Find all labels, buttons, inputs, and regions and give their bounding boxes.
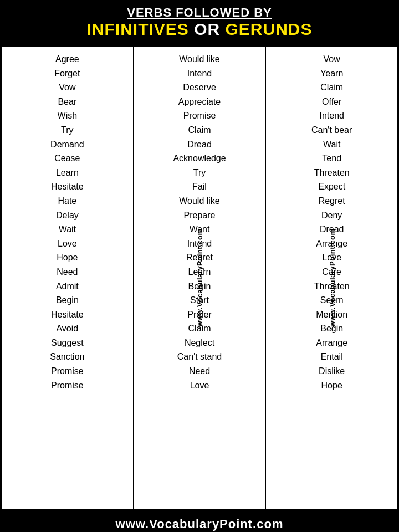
list-item: Learn xyxy=(56,166,79,180)
header-gerunds: GERUNDS xyxy=(226,20,313,38)
list-item: Care xyxy=(322,265,341,279)
column-1-words: AgreeForgetVowBearWishTryDemandCeaseLear… xyxy=(4,52,131,392)
list-item: Promise xyxy=(183,109,216,123)
list-item: Love xyxy=(58,237,77,251)
list-item: Begin xyxy=(56,293,79,308)
list-item: Suggest xyxy=(51,336,84,350)
page-header: VERBS FOLLOWED BY INFINITIVES OR GERUNDS xyxy=(0,0,399,45)
list-item: Intend xyxy=(187,66,212,81)
list-item: Expect xyxy=(318,180,345,194)
list-item: Need xyxy=(57,265,78,279)
page-footer: www.VocabularyPoint.com xyxy=(0,510,399,532)
list-item: Agree xyxy=(55,52,79,66)
list-item: Cease xyxy=(54,151,80,166)
list-item: Offer xyxy=(322,95,341,109)
header-or: OR xyxy=(189,20,226,38)
list-item: Deserve xyxy=(183,80,216,95)
list-item: Dread xyxy=(320,222,344,237)
list-item: Dislike xyxy=(319,364,345,378)
header-line1: VERBS FOLLOWED BY xyxy=(7,6,392,20)
list-item: Hate xyxy=(58,194,76,208)
list-item: Sanction xyxy=(50,350,84,364)
list-item: Vow xyxy=(59,80,75,95)
list-item: Begin xyxy=(320,321,343,336)
list-item: Begin xyxy=(188,279,211,294)
list-item: Promise xyxy=(51,378,84,393)
list-item: Claim xyxy=(320,80,343,95)
list-item: Neglect xyxy=(185,336,214,350)
list-item: Can't stand xyxy=(177,350,222,364)
list-item: Would like xyxy=(179,194,220,208)
list-item: Entail xyxy=(321,350,343,364)
list-item: Love xyxy=(190,378,209,393)
list-item: Regret xyxy=(319,194,345,208)
list-item: Would like xyxy=(179,52,220,66)
list-item: Wish xyxy=(58,109,78,123)
list-item: Acknowledge xyxy=(173,151,226,166)
footer-text: www.VocabularyPoint.com xyxy=(4,517,395,531)
list-item: Avoid xyxy=(56,321,78,336)
list-item: Try xyxy=(61,123,74,137)
column-2-words: Would likeIntendDeserveAppreciatePromise… xyxy=(136,52,263,392)
header-infinitives: INFINITIVES xyxy=(86,20,188,38)
header-line2: INFINITIVES OR GERUNDS xyxy=(7,20,392,39)
list-item: Need xyxy=(189,364,210,378)
list-item: Love xyxy=(322,250,341,265)
list-item: Demand xyxy=(50,137,84,152)
list-item: Promise xyxy=(51,364,84,378)
list-item: Intend xyxy=(319,109,344,123)
list-item: Mention xyxy=(316,308,347,322)
list-item: Appreciate xyxy=(178,95,221,109)
list-item: Seem xyxy=(320,293,344,308)
list-item: Learn xyxy=(188,265,211,279)
list-item: Threaten xyxy=(314,166,350,180)
content-area: AgreeForgetVowBearWishTryDemandCeaseLear… xyxy=(0,45,399,510)
list-item: Threaten xyxy=(314,279,350,294)
column-2: www.VocabularyPoint.com Would likeIntend… xyxy=(133,47,265,509)
list-item: Delay xyxy=(56,208,79,223)
list-item: Prefer xyxy=(187,308,212,322)
list-item: Hope xyxy=(321,378,342,393)
column-1: AgreeForgetVowBearWishTryDemandCeaseLear… xyxy=(2,47,133,509)
column-3-words: VowYearnClaimOfferIntendCan't bearWaitTe… xyxy=(268,52,395,392)
list-item: Claim xyxy=(188,321,211,336)
list-item: Hesitate xyxy=(51,308,84,322)
list-item: Arrange xyxy=(316,336,347,350)
list-item: Hope xyxy=(57,250,78,265)
list-item: Tend xyxy=(322,151,341,166)
list-item: Fail xyxy=(192,180,207,194)
list-item: Yearn xyxy=(320,66,343,81)
column-3: www.VocabularyPoint.com VowYearnClaimOff… xyxy=(265,47,397,509)
list-item: Arrange xyxy=(316,237,347,251)
list-item: Intend xyxy=(187,237,212,251)
list-item: Admit xyxy=(56,279,79,294)
list-item: Bear xyxy=(58,95,76,109)
list-item: Hesitate xyxy=(51,180,84,194)
list-item: Wait xyxy=(59,222,76,237)
list-item: Can't bear xyxy=(311,123,352,137)
list-item: Want xyxy=(190,222,210,237)
list-item: Wait xyxy=(323,137,340,152)
list-item: Dread xyxy=(187,137,212,152)
list-item: Deny xyxy=(321,208,342,223)
list-item: Start xyxy=(190,293,209,308)
list-item: Prepare xyxy=(184,208,216,223)
list-item: Claim xyxy=(188,123,211,137)
list-item: Vow xyxy=(324,52,340,66)
list-item: Forget xyxy=(54,66,80,81)
list-item: Try xyxy=(193,166,206,180)
list-item: Regret xyxy=(186,250,213,265)
